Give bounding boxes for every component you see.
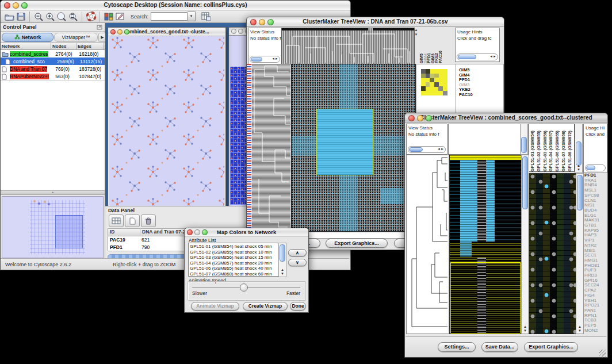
import-table-icon[interactable] [200,11,212,22]
column-label[interactable]: YKE2 [434,53,438,63]
network-table-row[interactable]: combined_sco 2569(6) 13112(15) [1,58,105,65]
search-dropdown-arrow[interactable]: ▼ [188,12,196,21]
tv2-coltree-scrollbar[interactable] [520,124,528,155]
tv2-collabel-scrollbar[interactable]: ▲▼ [575,124,583,173]
column-label[interactable]: GPL51-04 (GSM857) [548,131,554,171]
main-titlebar[interactable]: Cytoscape Desktop (Session Name: collins… [1,1,350,10]
column-label[interactable]: GPL51-03 (GSM856) [542,131,549,171]
tv1-global-strip[interactable] [247,64,251,231]
resize-grip[interactable] [599,350,606,357]
network-tree-empty-area[interactable] [1,80,105,190]
tv2-row-dendrogram[interactable] [406,155,449,334]
zoom-button[interactable] [202,229,208,235]
column-label[interactable]: GPL51-07 (GSM868) [561,131,567,171]
birdseye-viewport-rect[interactable] [55,215,83,248]
tv2-global-heatmap[interactable] [449,155,522,334]
tv1-usage-scrollbar[interactable]: ◄► [457,53,498,60]
annotation-icon[interactable] [114,11,126,22]
move-up-button[interactable]: ∧ [288,249,307,256]
minimize-button[interactable] [117,29,123,35]
attribute-list-item[interactable]: GPL51-01 (GSM854) heat shock 05 min [190,244,279,250]
close-button[interactable] [110,29,116,35]
done-button[interactable]: Done [290,302,306,311]
attribute-list: GPL51-01 (GSM854) heat shock 05 minGPL51… [188,243,280,277]
delete-attribute-button[interactable] [141,214,156,227]
minimize-button[interactable] [194,229,200,235]
tv1-global-matrix[interactable] [421,69,447,95]
tab-network[interactable]: Network [2,33,53,42]
column-label[interactable]: GIM5 [419,53,423,63]
zoom-button[interactable] [124,29,129,35]
network-view-canvas[interactable] [109,36,224,209]
birdseye-view[interactable] [2,196,104,258]
column-label[interactable]: GPL51-06 (GSM865) [554,131,561,171]
animate-vizmap-button[interactable]: Animate Vizmap [191,302,239,311]
attribute-list-scrollbar[interactable]: ▲▼ [278,243,286,277]
help-lifering-icon[interactable] [85,11,97,22]
data-table-col-id[interactable]: ID [108,229,140,236]
zoom-button[interactable] [21,2,28,9]
save-session-icon[interactable] [15,11,26,22]
export-graphics-button[interactable]: Export Graphics... [524,342,578,352]
attribute-list-item[interactable]: GPL51-04 (GSM857) heat shock 20 min [190,260,279,266]
attribute-list-item[interactable]: GPL51-02 (GSM855) heat shock 10 min [190,250,279,255]
search-input[interactable] [151,12,188,21]
network-table-header[interactable]: Network Nodes Edges [1,43,105,50]
column-label[interactable]: PAC10 [438,51,442,63]
network-table-row[interactable]: DNA and Tran 07 769(0) 183728(0) [1,65,105,72]
zoom-selected-icon[interactable] [67,11,79,22]
tv2-usage-scrollbar[interactable] [585,164,606,171]
minimize-button[interactable] [417,115,423,121]
tv1-row-dendrogram[interactable] [252,64,290,231]
create-attribute-button[interactable] [125,214,140,227]
network-view-window[interactable]: combined_scores_good.txt--cluste... [108,27,226,211]
settings-button[interactable]: Settings... [438,342,476,352]
tv2-zoom-heatmap[interactable] [529,173,576,334]
save-data-button[interactable]: Save Data... [481,342,518,352]
tab-vizmapper[interactable]: VizMapper™ [54,33,98,42]
move-down-button[interactable]: ∨ [288,259,307,266]
create-vizmap-button[interactable]: Create Vizmap [243,302,288,311]
column-label[interactable]: GPL51-02 (GSM855) [536,131,542,171]
tv2-zoom-vscrollbar[interactable]: ▲▼ [576,173,584,334]
attribute-select-button[interactable] [109,214,124,227]
attribute-list-item[interactable]: GPL51-06 (GSM865) heat shock 40 min [190,266,279,271]
network-table-row[interactable]: combined_scores 2764(0) 16218(0) [1,50,105,58]
panel-splitter[interactable]: ● [1,190,105,195]
tv2-global-vscrollbar[interactable]: ▲▼ [521,155,529,334]
row-label[interactable]: PAC10 [459,93,473,98]
gene-label[interactable]: MON2 [584,328,606,333]
close-button[interactable] [408,115,415,121]
minimize-button[interactable] [238,29,243,34]
zoom-out-icon[interactable] [33,11,44,22]
attribute-list-item[interactable]: GPL51-07 (GSM868) heat shock 60 min [190,271,279,277]
float-panel-icon[interactable] [97,22,102,32]
column-label[interactable]: GPL51-01 (GSM854) [530,131,536,171]
vizmapper-icon[interactable] [103,11,114,22]
minimize-button[interactable] [259,19,265,25]
close-button[interactable] [231,29,236,34]
close-button[interactable] [187,229,193,235]
minimize-button[interactable] [13,2,19,9]
tv2-selection-rect [450,262,521,334]
tv1-export-graphics-button[interactable]: Export Graphics... [326,239,388,248]
zoom-in-icon[interactable] [44,11,56,22]
column-label[interactable]: GPL51-08 (GSM872) [567,131,573,171]
close-button[interactable] [4,2,10,9]
tv2-status-scrollbar[interactable]: ◄► [408,146,446,153]
close-button[interactable] [250,19,257,25]
attribute-list-item[interactable]: GPL51-03 (GSM856) heat shock 15 min [190,255,279,260]
tv1-column-dendrogram[interactable] [281,28,415,64]
tv1-heatmap[interactable] [291,64,416,232]
tv1-column-scroll-arrows[interactable]: ▲▼ [414,28,418,63]
toolbar-separator [29,12,30,22]
speed-slider-knob[interactable] [240,283,248,292]
zoom-fit-icon[interactable] [56,11,67,22]
tv2-column-dendrogram-area[interactable] [448,124,521,155]
tv1-status-scrollbar[interactable]: ◄► [250,56,280,63]
open-session-icon[interactable] [3,11,15,22]
network-table-row[interactable]: RNAPuberNov2+! 563(0) 107847(0) [1,72,105,80]
column-label[interactable]: PFD1 [426,53,430,63]
zoom-button[interactable] [267,19,274,25]
zoom-button[interactable] [426,115,432,121]
